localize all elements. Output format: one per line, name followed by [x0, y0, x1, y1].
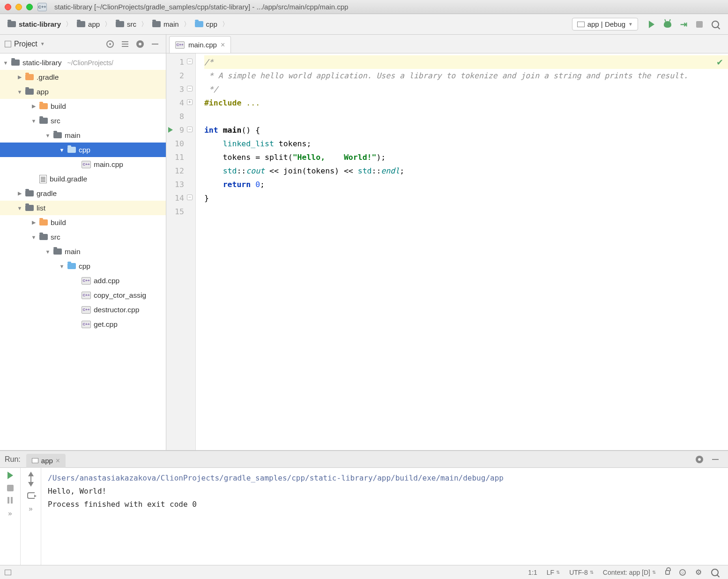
context[interactable]: Context: app [D]⇅ [603, 569, 656, 576]
console-output[interactable]: /Users/anastasiakazakova/ClionProjects/g… [41, 468, 728, 565]
editor-tab-main-cpp[interactable]: C++ main.cpp × [169, 36, 231, 53]
line-separator[interactable]: LF⇅ [547, 569, 560, 576]
code-editor[interactable]: 1−23−4+89−1011121314−15 /* * A simple he… [166, 53, 728, 450]
tree-arrow[interactable]: ▼ [45, 133, 51, 138]
code-line[interactable]: #include ... [204, 96, 728, 110]
code-line[interactable]: /* [204, 55, 728, 69]
tree-node[interactable]: ▶build [0, 215, 166, 230]
search-button[interactable] [711, 569, 719, 576]
read-only-toggle[interactable] [665, 570, 670, 575]
rerun-button[interactable] [7, 472, 13, 479]
breadcrumb-item[interactable]: static-library [5, 19, 64, 30]
gutter-line[interactable]: 13 [175, 178, 184, 191]
tree-node[interactable]: ▼static-library~/ClionProjects/ [0, 55, 166, 70]
code-line[interactable] [204, 205, 728, 218]
inspector-button[interactable]: ☺ [679, 569, 686, 576]
gutter-run-icon[interactable] [168, 127, 173, 133]
code-line[interactable] [204, 110, 728, 123]
code-line[interactable]: return 0; [204, 178, 728, 191]
code-line[interactable]: tokens = split("Hello, World!"); [204, 150, 728, 164]
settings-button[interactable] [134, 38, 146, 50]
close-tab-button[interactable]: × [221, 41, 225, 49]
tree-node[interactable]: C++add.cpp [0, 273, 166, 288]
gutter-line[interactable]: 10 [175, 137, 184, 150]
collapse-all-button[interactable] [119, 38, 131, 50]
tree-arrow[interactable]: ▼ [17, 205, 22, 211]
tree-node[interactable]: ▶.gradle [0, 70, 166, 84]
tree-node[interactable]: ▶gradle [0, 186, 166, 201]
gutter[interactable]: 1−23−4+89−1011121314−15 [166, 53, 196, 450]
code-line[interactable]: linked_list tokens; [204, 137, 728, 150]
tree-arrow[interactable]: ▶ [17, 190, 22, 196]
tree-node[interactable]: ▼cpp [0, 143, 166, 157]
soft-wrap-button[interactable] [27, 492, 35, 499]
tree-node[interactable]: C++copy_ctor_assig [0, 288, 166, 302]
run-button[interactable] [645, 17, 659, 31]
fold-marker[interactable]: + [187, 99, 193, 105]
project-tree[interactable]: ▼static-library~/ClionProjects/▶.gradle▼… [0, 53, 166, 450]
breadcrumb-item[interactable]: src [113, 19, 139, 30]
tree-arrow[interactable]: ▼ [45, 249, 51, 255]
gutter-line[interactable]: 8 [175, 110, 184, 123]
run-tab-app[interactable]: app × [26, 454, 66, 468]
code-line[interactable]: std::cout << join(tokens) << std::endl; [204, 164, 728, 178]
tree-node[interactable]: ▼cpp [0, 259, 166, 273]
stop-button[interactable] [692, 17, 706, 31]
pause-button[interactable] [7, 497, 13, 504]
close-window-button[interactable] [5, 4, 11, 10]
breadcrumb-item[interactable]: cpp [192, 19, 220, 30]
fold-marker[interactable]: − [187, 195, 193, 200]
fold-marker[interactable]: − [187, 59, 193, 64]
breadcrumb-item[interactable]: main [149, 19, 182, 30]
gutter-line[interactable]: 14− [175, 191, 184, 205]
attach-button[interactable]: ⇥ [676, 17, 691, 31]
fold-marker[interactable]: − [187, 127, 193, 132]
maximize-window-button[interactable] [26, 4, 33, 10]
code-line[interactable]: */ [204, 83, 728, 96]
caret-position[interactable]: 1:1 [528, 569, 537, 576]
gutter-line[interactable]: 4+ [175, 96, 184, 110]
tree-arrow[interactable]: ▼ [59, 147, 65, 153]
scroll-down-button[interactable] [28, 482, 34, 487]
minimize-window-button[interactable] [15, 4, 22, 10]
close-tab-button[interactable]: × [56, 457, 60, 465]
tree-node[interactable]: C++main.cpp [0, 157, 166, 172]
sidebar-title[interactable]: Project ▼ [5, 40, 104, 48]
fold-marker[interactable]: − [187, 86, 193, 91]
file-encoding[interactable]: UTF-8⇅ [569, 569, 594, 576]
code-content[interactable]: /* * A simple hello world application. U… [196, 53, 728, 450]
hide-run-button[interactable] [708, 452, 722, 466]
tree-arrow[interactable]: ▼ [17, 89, 22, 95]
debug-button[interactable] [661, 17, 675, 31]
tree-node[interactable]: C++destructor.cpp [0, 302, 166, 317]
tree-node[interactable]: ▼main [0, 128, 166, 143]
tree-node[interactable]: ▼src [0, 230, 166, 244]
more-button-2[interactable]: » [29, 504, 32, 512]
tree-node[interactable]: build.gradle [0, 172, 166, 186]
tree-arrow[interactable]: ▶ [31, 219, 37, 226]
tree-arrow[interactable]: ▼ [31, 234, 37, 240]
tree-node[interactable]: ▼list [0, 201, 166, 215]
gutter-line[interactable]: 15 [175, 205, 184, 218]
gutter-line[interactable]: 9− [175, 123, 184, 137]
gutter-line[interactable]: 1− [175, 55, 184, 69]
stop-run-button[interactable] [7, 485, 14, 491]
search-everywhere-button[interactable] [708, 17, 722, 31]
tree-arrow[interactable]: ▼ [59, 263, 65, 269]
tool-windows-button[interactable] [5, 570, 11, 575]
code-line[interactable]: * A simple hello world application. Uses… [204, 69, 728, 83]
gutter-line[interactable]: 11 [175, 150, 184, 164]
hide-button[interactable] [149, 38, 161, 50]
tree-arrow[interactable]: ▶ [31, 103, 37, 109]
run-settings-button[interactable] [692, 452, 706, 466]
memory-indicator[interactable]: ⚙ [695, 568, 702, 577]
code-line[interactable]: int main() { [204, 123, 728, 137]
tree-node[interactable]: C++get.cpp [0, 317, 166, 331]
gutter-line[interactable]: 3− [175, 83, 184, 96]
tree-arrow[interactable]: ▼ [31, 118, 37, 124]
tree-node[interactable]: ▼app [0, 84, 166, 99]
more-button[interactable]: » [8, 509, 12, 517]
run-configuration-select[interactable]: app | Debug ▼ [572, 18, 638, 30]
code-line[interactable]: } [204, 191, 728, 205]
tree-arrow[interactable]: ▼ [3, 60, 8, 66]
